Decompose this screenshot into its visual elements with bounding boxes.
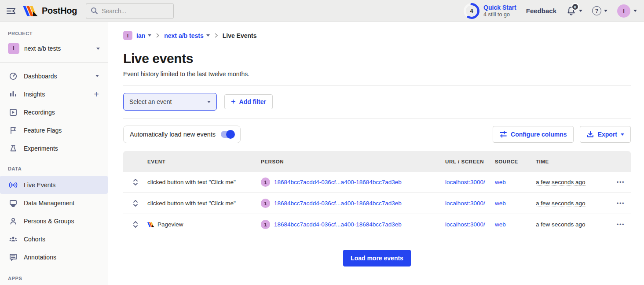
- dashboard-gauge-icon: [9, 72, 18, 81]
- sidebar-section-data: DATA: [0, 166, 108, 171]
- sidebar-item-feature-flags[interactable]: Feature Flags: [0, 121, 108, 139]
- person-avatar: 1: [261, 199, 270, 208]
- search-input[interactable]: [102, 7, 163, 15]
- chevron-down-icon: [207, 101, 211, 103]
- collapse-sidebar-button[interactable]: [6, 7, 16, 15]
- posthog-event-icon: [147, 222, 154, 227]
- person-cell: 1 18684bcc7acdd4-036cf...a400-18684bcc7a…: [261, 220, 445, 229]
- column-header-time: TIME: [536, 159, 611, 164]
- project-avatar: I: [8, 43, 19, 54]
- app-window: PostHog 4 Quick: [0, 0, 644, 285]
- sidebar-divider: [0, 62, 108, 63]
- quick-start-widget[interactable]: 4 Quick Start 4 still to go: [463, 3, 516, 19]
- notification-badge: 0: [571, 3, 579, 11]
- person-avatar: 1: [261, 178, 270, 187]
- auto-load-toggle[interactable]: [221, 131, 234, 138]
- time-value: a few seconds ago: [536, 221, 585, 228]
- sidebar-item-label: Experiments: [24, 145, 58, 152]
- sidebar-item-live-events[interactable]: Live Events: [0, 176, 108, 194]
- sidebar-item-experiments[interactable]: Experiments: [0, 139, 108, 157]
- sliders-icon: [499, 130, 507, 138]
- breadcrumb-item-project[interactable]: next a/b tests: [164, 32, 209, 39]
- export-button[interactable]: Export: [580, 126, 631, 143]
- chevron-down-icon: [633, 10, 637, 12]
- sidebar-item-label: Recordings: [24, 109, 55, 116]
- row-more-button[interactable]: •••: [611, 221, 631, 228]
- bar-chart-icon: [9, 90, 18, 99]
- sidebar-item-label: Feature Flags: [24, 127, 62, 134]
- chevron-down-icon: [206, 34, 210, 37]
- row-expander-button[interactable]: [123, 200, 147, 207]
- search-icon: [91, 7, 98, 15]
- row-more-button[interactable]: •••: [611, 200, 631, 207]
- sidebar-section-apps: APPS: [0, 276, 108, 281]
- person-cell: 1 18684bcc7acdd4-036cf...a400-18684bcc7a…: [261, 178, 445, 187]
- event-select-value: Select an event: [129, 98, 172, 105]
- user-menu-button[interactable]: I: [617, 4, 637, 18]
- person-link[interactable]: 18684bcc7acdd4-036cf...a400-18684bcc7ad3…: [274, 221, 402, 228]
- sidebar-item-data-management[interactable]: Data Management: [0, 194, 108, 212]
- row-expander-button[interactable]: [123, 221, 147, 228]
- divider: [123, 118, 631, 119]
- column-header-person: PERSON: [261, 159, 445, 164]
- sidebar-item-insights[interactable]: Insights +: [0, 85, 108, 103]
- event-select-dropdown[interactable]: Select an event: [123, 93, 217, 111]
- load-more-events-button[interactable]: Load more events: [343, 250, 411, 266]
- chevron-down-icon: [148, 34, 151, 37]
- source-link[interactable]: web: [495, 179, 506, 185]
- help-menu-button[interactable]: ?: [592, 6, 607, 15]
- row-more-button[interactable]: •••: [611, 179, 631, 185]
- event-name: clicked button with text "Click me": [147, 200, 261, 207]
- sidebar-item-cohorts[interactable]: Cohorts: [0, 230, 108, 248]
- time-value: a few seconds ago: [536, 179, 585, 186]
- url-link[interactable]: localhost:3000/: [445, 200, 485, 207]
- url-link[interactable]: localhost:3000/: [445, 221, 485, 228]
- topbar-right: 4 Quick Start 4 still to go Feedback 0: [463, 3, 637, 19]
- chevron-down-icon: [96, 48, 100, 50]
- filter-row: Select an event + Add filter: [123, 93, 631, 111]
- add-filter-button[interactable]: + Add filter: [224, 94, 273, 109]
- event-name: clicked button with text "Click me": [147, 179, 261, 185]
- page-subtitle: Event history limited to the last twelve…: [123, 70, 631, 78]
- column-header-event: EVENT: [147, 159, 261, 164]
- person-link[interactable]: 18684bcc7acdd4-036cf...a400-18684bcc7ad3…: [274, 179, 402, 185]
- breadcrumb-separator-icon: [214, 33, 219, 38]
- url-link[interactable]: localhost:3000/: [445, 179, 485, 185]
- notifications-button[interactable]: 0: [566, 6, 582, 16]
- source-link[interactable]: web: [495, 200, 506, 207]
- sidebar-item-dashboards[interactable]: Dashboards: [0, 67, 108, 85]
- help-icon: ?: [592, 6, 601, 15]
- configure-columns-button[interactable]: Configure columns: [493, 126, 574, 143]
- sidebar-item-label: Data Management: [24, 200, 74, 207]
- chevron-down-icon: [604, 10, 607, 12]
- source-link[interactable]: web: [495, 221, 506, 228]
- events-table: EVENT PERSON URL / SCREEN SOURCE TIME cl…: [123, 151, 631, 235]
- download-icon: [586, 130, 594, 138]
- person-icon: [9, 217, 18, 226]
- row-expander-button[interactable]: [123, 178, 147, 186]
- column-header-source: SOURCE: [495, 159, 536, 164]
- main-content: I Ian next a/b tests Live Events Live ev…: [108, 22, 644, 285]
- sidebar-item-recordings[interactable]: Recordings: [0, 103, 108, 121]
- plus-icon: +: [231, 98, 236, 106]
- sidebar: PROJECT I next a/b tests Dashboards Insi…: [0, 22, 108, 285]
- project-switcher[interactable]: I next a/b tests: [0, 41, 108, 56]
- feedback-button[interactable]: Feedback: [526, 7, 556, 15]
- auto-load-label: Automatically load new events: [130, 131, 216, 138]
- plus-icon[interactable]: +: [94, 90, 99, 99]
- annotation-bubble-icon: [9, 253, 18, 262]
- sidebar-item-label: Persons & Groups: [24, 218, 74, 225]
- flask-icon: [9, 144, 18, 153]
- breadcrumb-separator-icon: [155, 33, 160, 38]
- people-group-icon: [9, 235, 18, 244]
- person-link[interactable]: 18684bcc7acdd4-036cf...a400-18684bcc7ad3…: [274, 200, 402, 207]
- posthog-logo[interactable]: PostHog: [23, 6, 77, 16]
- sidebar-item-persons-groups[interactable]: Persons & Groups: [0, 212, 108, 230]
- column-header-url: URL / SCREEN: [445, 159, 495, 164]
- sidebar-item-label: Annotations: [24, 254, 56, 261]
- search-box[interactable]: [86, 3, 174, 19]
- breadcrumb-item-user[interactable]: Ian: [136, 32, 151, 39]
- person-cell: 1 18684bcc7acdd4-036cf...a400-18684bcc7a…: [261, 199, 445, 208]
- sidebar-item-label: Dashboards: [24, 73, 57, 80]
- sidebar-item-annotations[interactable]: Annotations: [0, 248, 108, 266]
